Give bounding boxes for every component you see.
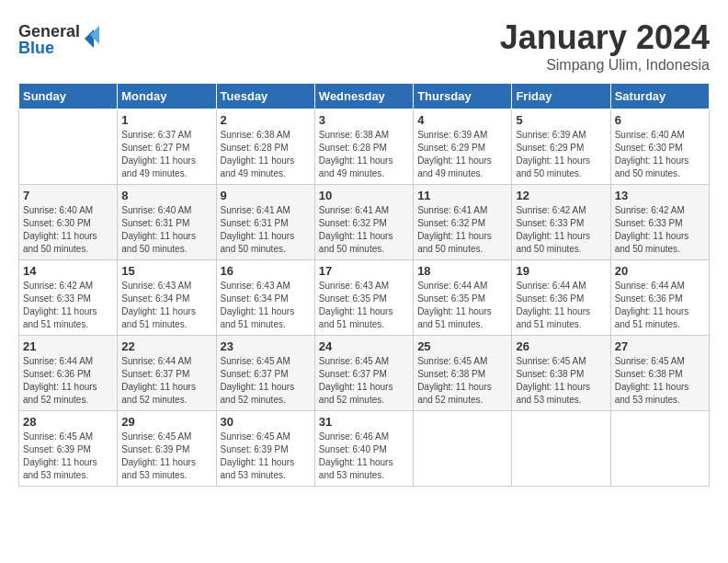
weekday-header: Friday — [512, 84, 610, 109]
calendar-cell: 29Sunrise: 6:45 AMSunset: 6:39 PMDayligh… — [118, 411, 216, 487]
day-number: 23 — [221, 339, 311, 353]
day-detail: Sunrise: 6:38 AMSunset: 6:28 PMDaylight:… — [319, 129, 409, 180]
day-number: 3 — [319, 113, 409, 127]
day-number: 6 — [615, 113, 705, 127]
calendar-cell: 27Sunrise: 6:45 AMSunset: 6:38 PMDayligh… — [610, 336, 709, 411]
day-number: 9 — [221, 189, 311, 202]
calendar-cell: 3Sunrise: 6:38 AMSunset: 6:28 PMDaylight… — [314, 109, 413, 185]
day-number: 22 — [121, 339, 211, 353]
calendar-cell — [414, 411, 512, 487]
day-detail: Sunrise: 6:40 AMSunset: 6:30 PMDaylight:… — [23, 204, 113, 256]
calendar-cell — [610, 411, 709, 487]
calendar-cell: 21Sunrise: 6:44 AMSunset: 6:36 PMDayligh… — [19, 336, 118, 411]
day-detail: Sunrise: 6:38 AMSunset: 6:28 PMDaylight:… — [221, 129, 311, 180]
logo: General Blue — [18, 18, 101, 60]
day-detail: Sunrise: 6:39 AMSunset: 6:29 PMDaylight:… — [417, 129, 507, 180]
day-detail: Sunrise: 6:42 AMSunset: 6:33 PMDaylight:… — [615, 204, 705, 256]
calendar-cell: 10Sunrise: 6:41 AMSunset: 6:32 PMDayligh… — [314, 185, 413, 260]
day-detail: Sunrise: 6:41 AMSunset: 6:31 PMDaylight:… — [221, 204, 311, 256]
day-number: 8 — [121, 189, 211, 202]
calendar-cell: 1Sunrise: 6:37 AMSunset: 6:27 PMDaylight… — [118, 109, 216, 185]
day-detail: Sunrise: 6:45 AMSunset: 6:38 PMDaylight:… — [417, 355, 507, 407]
calendar-week-row: 7Sunrise: 6:40 AMSunset: 6:30 PMDaylight… — [19, 185, 710, 260]
day-number: 28 — [23, 415, 113, 429]
calendar-cell — [512, 411, 610, 487]
calendar-cell — [19, 109, 118, 185]
day-number: 20 — [615, 264, 705, 278]
day-detail: Sunrise: 6:44 AMSunset: 6:36 PMDaylight:… — [516, 280, 606, 331]
calendar-cell: 28Sunrise: 6:45 AMSunset: 6:39 PMDayligh… — [19, 411, 118, 487]
day-number: 26 — [516, 339, 606, 353]
svg-text:General: General — [18, 22, 80, 40]
day-detail: Sunrise: 6:40 AMSunset: 6:30 PMDaylight:… — [615, 129, 705, 180]
weekday-header: Wednesday — [314, 84, 413, 109]
day-number: 1 — [121, 113, 211, 127]
day-detail: Sunrise: 6:45 AMSunset: 6:38 PMDaylight:… — [516, 355, 606, 407]
location-subtitle: Simpang Ulim, Indonesia — [500, 57, 710, 74]
calendar-cell: 26Sunrise: 6:45 AMSunset: 6:38 PMDayligh… — [512, 336, 610, 411]
day-number: 15 — [121, 264, 211, 278]
weekday-header: Saturday — [610, 84, 709, 109]
day-detail: Sunrise: 6:44 AMSunset: 6:36 PMDaylight:… — [615, 280, 705, 331]
day-number: 7 — [23, 189, 113, 202]
day-detail: Sunrise: 6:45 AMSunset: 6:37 PMDaylight:… — [221, 355, 311, 407]
day-detail: Sunrise: 6:42 AMSunset: 6:33 PMDaylight:… — [23, 280, 113, 331]
calendar-cell: 20Sunrise: 6:44 AMSunset: 6:36 PMDayligh… — [610, 260, 709, 336]
calendar-cell: 14Sunrise: 6:42 AMSunset: 6:33 PMDayligh… — [19, 260, 118, 336]
weekday-header: Tuesday — [216, 84, 314, 109]
day-number: 27 — [615, 339, 705, 353]
day-detail: Sunrise: 6:45 AMSunset: 6:38 PMDaylight:… — [615, 355, 705, 407]
day-detail: Sunrise: 6:44 AMSunset: 6:36 PMDaylight:… — [23, 355, 113, 407]
calendar-cell: 5Sunrise: 6:39 AMSunset: 6:29 PMDaylight… — [512, 109, 610, 185]
calendar-cell: 24Sunrise: 6:45 AMSunset: 6:37 PMDayligh… — [314, 336, 413, 411]
day-detail: Sunrise: 6:43 AMSunset: 6:35 PMDaylight:… — [319, 280, 409, 331]
calendar-cell: 6Sunrise: 6:40 AMSunset: 6:30 PMDaylight… — [610, 109, 709, 185]
day-number: 2 — [221, 113, 311, 127]
calendar-cell: 13Sunrise: 6:42 AMSunset: 6:33 PMDayligh… — [610, 185, 709, 260]
day-number: 30 — [221, 415, 311, 429]
calendar-cell: 17Sunrise: 6:43 AMSunset: 6:35 PMDayligh… — [314, 260, 413, 336]
calendar-cell: 8Sunrise: 6:40 AMSunset: 6:31 PMDaylight… — [118, 185, 216, 260]
title-block: January 2024 Simpang Ulim, Indonesia — [500, 18, 710, 74]
calendar-cell: 18Sunrise: 6:44 AMSunset: 6:35 PMDayligh… — [414, 260, 512, 336]
calendar-cell: 2Sunrise: 6:38 AMSunset: 6:28 PMDaylight… — [216, 109, 314, 185]
day-number: 31 — [319, 415, 409, 429]
calendar-cell: 9Sunrise: 6:41 AMSunset: 6:31 PMDaylight… — [216, 185, 314, 260]
day-detail: Sunrise: 6:37 AMSunset: 6:27 PMDaylight:… — [121, 129, 211, 180]
page-header: General Blue January 2024 Simpang Ulim, … — [18, 18, 710, 74]
calendar-week-row: 21Sunrise: 6:44 AMSunset: 6:36 PMDayligh… — [19, 336, 710, 411]
calendar-week-row: 14Sunrise: 6:42 AMSunset: 6:33 PMDayligh… — [19, 260, 710, 336]
day-number: 21 — [23, 339, 113, 353]
day-detail: Sunrise: 6:45 AMSunset: 6:39 PMDaylight:… — [221, 431, 311, 482]
day-number: 4 — [417, 113, 507, 127]
day-detail: Sunrise: 6:45 AMSunset: 6:37 PMDaylight:… — [319, 355, 409, 407]
calendar-cell: 11Sunrise: 6:41 AMSunset: 6:32 PMDayligh… — [414, 185, 512, 260]
day-detail: Sunrise: 6:41 AMSunset: 6:32 PMDaylight:… — [319, 204, 409, 256]
calendar-cell: 30Sunrise: 6:45 AMSunset: 6:39 PMDayligh… — [216, 411, 314, 487]
calendar-table: SundayMondayTuesdayWednesdayThursdayFrid… — [18, 83, 710, 487]
logo-svg: General Blue — [18, 18, 101, 60]
day-number: 16 — [221, 264, 311, 278]
day-detail: Sunrise: 6:42 AMSunset: 6:33 PMDaylight:… — [516, 204, 606, 256]
calendar-cell: 23Sunrise: 6:45 AMSunset: 6:37 PMDayligh… — [216, 336, 314, 411]
day-number: 14 — [23, 264, 113, 278]
month-title: January 2024 — [500, 18, 710, 57]
day-detail: Sunrise: 6:39 AMSunset: 6:29 PMDaylight:… — [516, 129, 606, 180]
weekday-header: Thursday — [414, 84, 512, 109]
day-detail: Sunrise: 6:40 AMSunset: 6:31 PMDaylight:… — [121, 204, 211, 256]
day-number: 17 — [319, 264, 409, 278]
calendar-cell: 25Sunrise: 6:45 AMSunset: 6:38 PMDayligh… — [414, 336, 512, 411]
day-number: 25 — [417, 339, 507, 353]
calendar-cell: 7Sunrise: 6:40 AMSunset: 6:30 PMDaylight… — [19, 185, 118, 260]
day-detail: Sunrise: 6:45 AMSunset: 6:39 PMDaylight:… — [121, 431, 211, 482]
calendar-cell: 22Sunrise: 6:44 AMSunset: 6:37 PMDayligh… — [118, 336, 216, 411]
calendar-cell: 19Sunrise: 6:44 AMSunset: 6:36 PMDayligh… — [512, 260, 610, 336]
day-detail: Sunrise: 6:44 AMSunset: 6:35 PMDaylight:… — [417, 280, 507, 331]
day-number: 11 — [417, 189, 507, 202]
day-number: 10 — [319, 189, 409, 202]
calendar-cell: 12Sunrise: 6:42 AMSunset: 6:33 PMDayligh… — [512, 185, 610, 260]
calendar-week-row: 1Sunrise: 6:37 AMSunset: 6:27 PMDaylight… — [19, 109, 710, 185]
calendar-week-row: 28Sunrise: 6:45 AMSunset: 6:39 PMDayligh… — [19, 411, 710, 487]
day-detail: Sunrise: 6:44 AMSunset: 6:37 PMDaylight:… — [121, 355, 211, 407]
day-detail: Sunrise: 6:43 AMSunset: 6:34 PMDaylight:… — [121, 280, 211, 331]
